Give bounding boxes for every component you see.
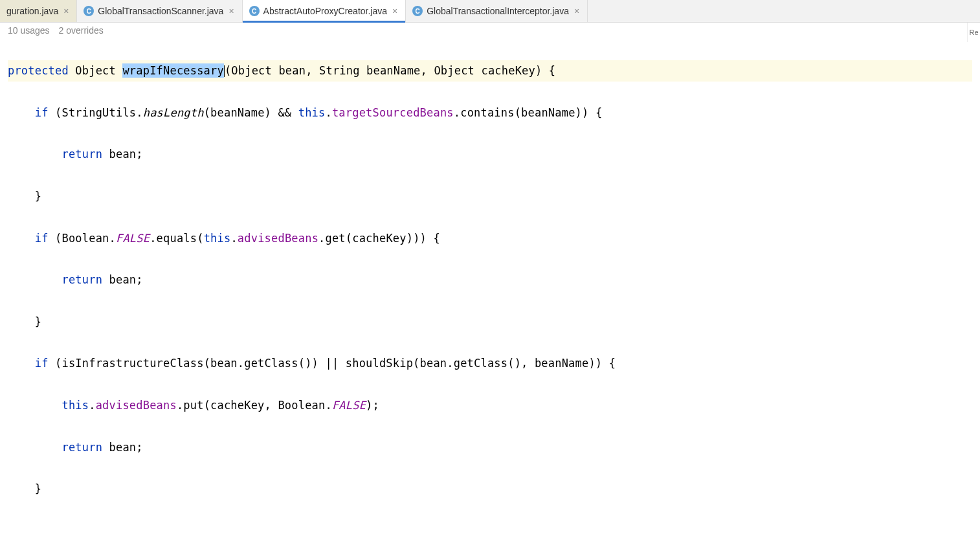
- keyword-this: this: [61, 399, 89, 412]
- code-text: bean;: [102, 441, 143, 454]
- code-text: .get(cacheKey))) {: [318, 232, 440, 245]
- code-text: (isInfrastructureClass(bean.getClass()) …: [49, 357, 616, 370]
- close-icon[interactable]: ×: [391, 6, 399, 16]
- keyword-this: this: [204, 232, 231, 245]
- tab-globaltransactionalinterceptor[interactable]: C GlobalTransactionalInterceptor.java ×: [406, 0, 588, 22]
- close-brace: }: [35, 190, 41, 203]
- code-text: bean;: [102, 148, 143, 161]
- code-editor[interactable]: protected Object wrapIfNecessary(Object …: [0, 38, 980, 547]
- const-false: FALSE: [332, 399, 366, 412]
- dot: .: [89, 399, 95, 412]
- code-text: );: [366, 399, 379, 412]
- keyword-if: if: [35, 106, 49, 119]
- close-icon[interactable]: ×: [573, 6, 581, 16]
- code-text: .equals(: [150, 232, 203, 245]
- close-brace: }: [35, 315, 41, 328]
- class-icon: C: [249, 6, 260, 16]
- usages-count[interactable]: 10 usages: [8, 25, 50, 36]
- tab-label: guration.java: [6, 6, 58, 16]
- method-name-selected: wrapIfNecessary: [122, 63, 224, 78]
- keyword-return: return: [61, 273, 102, 286]
- class-stringutils: StringUtils: [62, 106, 137, 119]
- code-text: .put(cacheKey, Boolean.: [177, 399, 332, 412]
- class-boolean: Boolean: [62, 232, 109, 245]
- keyword-return: return: [61, 148, 102, 161]
- code-text: bean;: [102, 273, 143, 286]
- tab-label: AbstractAutoProxyCreator.java: [263, 6, 387, 16]
- keyword-if: if: [35, 232, 49, 245]
- close-icon[interactable]: ×: [227, 6, 235, 16]
- code-text: (beanName) &&: [204, 106, 298, 119]
- keyword-return: return: [61, 441, 102, 454]
- usages-bar: 10 usages 2 overrides: [0, 23, 980, 38]
- type-object: Object: [75, 64, 116, 77]
- field-targetsourcedbeans: targetSourcedBeans: [332, 106, 454, 119]
- field-advisedbeans: advisedBeans: [96, 399, 177, 412]
- tab-label: GlobalTransactionScanner.java: [98, 6, 223, 16]
- method-params: (Object bean, String beanName, Object ca…: [225, 64, 555, 77]
- class-icon: C: [412, 6, 423, 16]
- tab-label: GlobalTransactionalInterceptor.java: [427, 6, 569, 16]
- close-icon[interactable]: ×: [62, 6, 70, 16]
- dot: .: [230, 232, 237, 245]
- close-brace: }: [35, 482, 41, 495]
- dot: .: [326, 106, 332, 119]
- editor-tabs: guration.java × C GlobalTransactionScann…: [0, 0, 980, 23]
- code-text: .contains(beanName)) {: [454, 106, 603, 119]
- tab-globaltransactionscanner[interactable]: C GlobalTransactionScanner.java ×: [77, 0, 242, 22]
- field-advisedbeans: advisedBeans: [238, 232, 318, 245]
- tab-guration[interactable]: guration.java ×: [0, 0, 77, 22]
- tab-abstractautoproxycreator[interactable]: C AbstractAutoProxyCreator.java ×: [243, 0, 406, 22]
- method-haslength: hasLength: [143, 106, 204, 119]
- keyword-if: if: [35, 357, 49, 370]
- class-icon: C: [84, 6, 94, 16]
- const-false: FALSE: [116, 232, 150, 245]
- overrides-count[interactable]: 2 overrides: [59, 25, 104, 36]
- keyword-protected: protected: [8, 64, 69, 77]
- keyword-this: this: [298, 106, 326, 119]
